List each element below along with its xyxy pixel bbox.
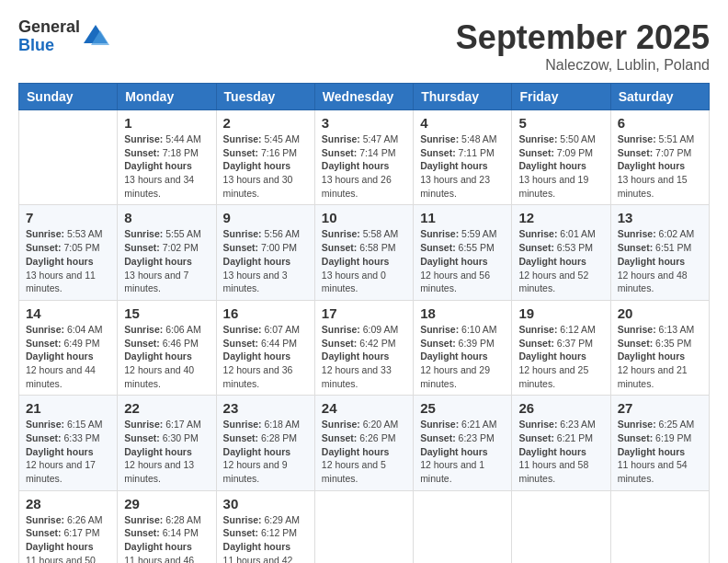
weekday-header: Tuesday: [216, 84, 314, 110]
calendar-day-cell: 27Sunrise: 6:25 AMSunset: 6:19 PMDayligh…: [610, 396, 709, 490]
calendar-day-cell: 4Sunrise: 5:48 AMSunset: 7:11 PMDaylight…: [414, 110, 512, 205]
day-number: 1: [124, 115, 209, 131]
day-number: 13: [618, 210, 702, 225]
calendar-day-cell: 11Sunrise: 5:59 AMSunset: 6:55 PMDayligh…: [414, 205, 512, 300]
calendar-day-cell: 26Sunrise: 6:23 AMSunset: 6:21 PMDayligh…: [512, 396, 610, 490]
day-info: Sunrise: 6:10 AMSunset: 6:39 PMDaylight …: [420, 323, 505, 390]
page-header: General Blue September 2025 Naleczow, Lu…: [18, 18, 710, 74]
weekday-header: Monday: [118, 84, 216, 110]
calendar-day-cell: 14Sunrise: 6:04 AMSunset: 6:49 PMDayligh…: [19, 300, 118, 395]
calendar-day-cell: 6Sunrise: 5:51 AMSunset: 7:07 PMDaylight…: [610, 110, 709, 205]
calendar-week-row: 1Sunrise: 5:44 AMSunset: 7:18 PMDaylight…: [19, 110, 710, 205]
logo: General Blue: [18, 18, 109, 55]
day-info: Sunrise: 6:26 AMSunset: 6:17 PMDaylight …: [26, 513, 110, 563]
day-number: 30: [223, 496, 308, 511]
day-number: 29: [124, 496, 209, 511]
calendar-day-cell: 24Sunrise: 6:20 AMSunset: 6:26 PMDayligh…: [314, 396, 413, 490]
day-number: 16: [223, 305, 308, 321]
day-number: 10: [322, 210, 406, 225]
day-number: 28: [26, 496, 110, 511]
month-title: September 2025: [456, 18, 710, 57]
day-number: 20: [618, 305, 702, 321]
calendar-table: SundayMondayTuesdayWednesdayThursdayFrid…: [18, 83, 710, 563]
day-number: 22: [124, 400, 209, 416]
day-info: Sunrise: 6:13 AMSunset: 6:35 PMDaylight …: [618, 323, 702, 390]
day-info: Sunrise: 6:12 AMSunset: 6:37 PMDaylight …: [518, 323, 603, 390]
day-info: Sunrise: 6:02 AMSunset: 6:51 PMDaylight …: [618, 227, 702, 294]
day-number: 25: [420, 400, 505, 416]
day-number: 23: [223, 400, 308, 416]
weekday-header: Friday: [512, 84, 610, 110]
day-info: Sunrise: 6:04 AMSunset: 6:49 PMDaylight …: [26, 323, 110, 390]
calendar-day-cell: 2Sunrise: 5:45 AMSunset: 7:16 PMDaylight…: [216, 110, 314, 205]
calendar-week-row: 21Sunrise: 6:15 AMSunset: 6:33 PMDayligh…: [19, 396, 710, 490]
day-info: Sunrise: 5:48 AMSunset: 7:11 PMDaylight …: [420, 132, 505, 200]
title-section: September 2025 Naleczow, Lublin, Poland: [456, 18, 710, 74]
day-info: Sunrise: 6:09 AMSunset: 6:42 PMDaylight …: [322, 323, 406, 390]
day-info: Sunrise: 5:55 AMSunset: 7:02 PMDaylight …: [124, 227, 209, 294]
day-info: Sunrise: 6:25 AMSunset: 6:19 PMDaylight …: [618, 418, 702, 485]
weekday-header: Saturday: [610, 84, 709, 110]
day-info: Sunrise: 5:59 AMSunset: 6:55 PMDaylight …: [420, 227, 505, 294]
day-number: 3: [322, 115, 406, 131]
logo-icon: [82, 23, 109, 51]
day-info: Sunrise: 6:01 AMSunset: 6:53 PMDaylight …: [518, 227, 603, 294]
calendar-week-row: 14Sunrise: 6:04 AMSunset: 6:49 PMDayligh…: [19, 300, 710, 395]
calendar-day-cell: 18Sunrise: 6:10 AMSunset: 6:39 PMDayligh…: [414, 300, 512, 395]
day-info: Sunrise: 6:07 AMSunset: 6:44 PMDaylight …: [223, 323, 308, 390]
calendar-day-cell: 25Sunrise: 6:21 AMSunset: 6:23 PMDayligh…: [414, 396, 512, 490]
day-info: Sunrise: 6:21 AMSunset: 6:23 PMDaylight …: [420, 418, 505, 485]
day-number: 27: [618, 400, 702, 416]
calendar-day-cell: 7Sunrise: 5:53 AMSunset: 7:05 PMDaylight…: [19, 205, 118, 300]
calendar-day-cell: 20Sunrise: 6:13 AMSunset: 6:35 PMDayligh…: [610, 300, 709, 395]
day-info: Sunrise: 6:18 AMSunset: 6:28 PMDaylight …: [223, 418, 308, 485]
calendar-day-cell: 19Sunrise: 6:12 AMSunset: 6:37 PMDayligh…: [512, 300, 610, 395]
calendar-week-row: 28Sunrise: 6:26 AMSunset: 6:17 PMDayligh…: [19, 490, 710, 563]
calendar-header-row: SundayMondayTuesdayWednesdayThursdayFrid…: [19, 84, 710, 110]
calendar-day-cell: 12Sunrise: 6:01 AMSunset: 6:53 PMDayligh…: [512, 205, 610, 300]
calendar-day-cell: 28Sunrise: 6:26 AMSunset: 6:17 PMDayligh…: [19, 490, 118, 563]
calendar-day-cell: 29Sunrise: 6:28 AMSunset: 6:14 PMDayligh…: [118, 490, 216, 563]
day-info: Sunrise: 5:56 AMSunset: 7:00 PMDaylight …: [223, 227, 308, 294]
calendar-day-cell: 30Sunrise: 6:29 AMSunset: 6:12 PMDayligh…: [216, 490, 314, 563]
calendar-day-cell: 3Sunrise: 5:47 AMSunset: 7:14 PMDaylight…: [314, 110, 413, 205]
weekday-header: Sunday: [19, 84, 118, 110]
logo-general: General: [18, 18, 80, 37]
calendar-day-cell: 5Sunrise: 5:50 AMSunset: 7:09 PMDaylight…: [512, 110, 610, 205]
day-number: 8: [124, 210, 209, 225]
weekday-header: Wednesday: [314, 84, 413, 110]
weekday-header: Thursday: [414, 84, 512, 110]
day-number: 5: [518, 115, 603, 131]
day-number: 14: [26, 305, 110, 321]
calendar-day-cell: 9Sunrise: 5:56 AMSunset: 7:00 PMDaylight…: [216, 205, 314, 300]
day-number: 2: [223, 115, 308, 131]
day-number: 4: [420, 115, 505, 131]
day-number: 9: [223, 210, 308, 225]
day-info: Sunrise: 5:51 AMSunset: 7:07 PMDaylight …: [618, 132, 702, 200]
logo-blue: Blue: [18, 37, 80, 55]
day-number: 11: [420, 210, 505, 225]
calendar-day-cell: 23Sunrise: 6:18 AMSunset: 6:28 PMDayligh…: [216, 396, 314, 490]
day-number: 17: [322, 305, 406, 321]
calendar-day-cell: 8Sunrise: 5:55 AMSunset: 7:02 PMDaylight…: [118, 205, 216, 300]
day-number: 7: [26, 210, 110, 225]
day-info: Sunrise: 6:20 AMSunset: 6:26 PMDaylight …: [322, 418, 406, 485]
calendar-day-cell: [512, 490, 610, 563]
calendar-week-row: 7Sunrise: 5:53 AMSunset: 7:05 PMDaylight…: [19, 205, 710, 300]
day-info: Sunrise: 6:15 AMSunset: 6:33 PMDaylight …: [26, 418, 110, 485]
day-info: Sunrise: 5:58 AMSunset: 6:58 PMDaylight …: [322, 227, 406, 294]
day-info: Sunrise: 5:45 AMSunset: 7:16 PMDaylight …: [223, 132, 308, 200]
calendar-day-cell: 17Sunrise: 6:09 AMSunset: 6:42 PMDayligh…: [314, 300, 413, 395]
calendar-day-cell: [19, 110, 118, 205]
location: Naleczow, Lublin, Poland: [456, 57, 710, 74]
day-number: 21: [26, 400, 110, 416]
calendar-day-cell: 1Sunrise: 5:44 AMSunset: 7:18 PMDaylight…: [118, 110, 216, 205]
day-info: Sunrise: 6:23 AMSunset: 6:21 PMDaylight …: [518, 418, 603, 485]
day-info: Sunrise: 5:44 AMSunset: 7:18 PMDaylight …: [124, 132, 209, 200]
day-info: Sunrise: 5:53 AMSunset: 7:05 PMDaylight …: [26, 227, 110, 294]
day-info: Sunrise: 6:06 AMSunset: 6:46 PMDaylight …: [124, 323, 209, 390]
day-info: Sunrise: 6:17 AMSunset: 6:30 PMDaylight …: [124, 418, 209, 485]
calendar-day-cell: 21Sunrise: 6:15 AMSunset: 6:33 PMDayligh…: [19, 396, 118, 490]
day-number: 6: [618, 115, 702, 131]
calendar-day-cell: 22Sunrise: 6:17 AMSunset: 6:30 PMDayligh…: [118, 396, 216, 490]
